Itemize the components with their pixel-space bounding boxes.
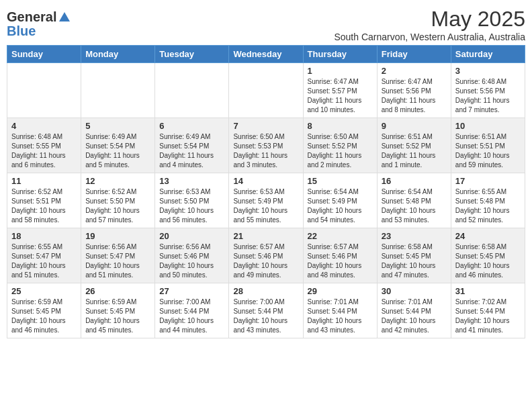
calendar-day-cell: 26Sunrise: 6:59 AM Sunset: 5:45 PM Dayli… — [81, 283, 155, 338]
day-number: 24 — [455, 231, 521, 241]
weekday-header: Saturday — [451, 46, 525, 63]
calendar-day-cell: 27Sunrise: 7:00 AM Sunset: 5:44 PM Dayli… — [155, 283, 229, 338]
calendar-empty-cell — [229, 63, 303, 118]
day-number: 2 — [382, 66, 447, 76]
day-info: Sunrise: 6:57 AM Sunset: 5:46 PM Dayligh… — [308, 242, 373, 280]
day-number: 10 — [455, 121, 521, 131]
day-info: Sunrise: 6:53 AM Sunset: 5:50 PM Dayligh… — [159, 187, 224, 225]
day-info: Sunrise: 6:59 AM Sunset: 5:45 PM Dayligh… — [11, 298, 77, 335]
day-info: Sunrise: 6:47 AM Sunset: 5:57 PM Dayligh… — [308, 77, 373, 115]
subtitle: South Carnarvon, Western Australia, Aust… — [334, 32, 525, 42]
main-title: May 2025 — [334, 7, 525, 32]
svg-marker-0 — [59, 12, 70, 21]
day-number: 17 — [455, 176, 521, 186]
calendar-week-row: 1Sunrise: 6:47 AM Sunset: 5:57 PM Daylig… — [7, 63, 525, 118]
day-number: 13 — [159, 176, 224, 186]
calendar-day-cell: 20Sunrise: 6:56 AM Sunset: 5:46 PM Dayli… — [155, 228, 229, 283]
day-info: Sunrise: 6:57 AM Sunset: 5:46 PM Dayligh… — [233, 242, 298, 280]
day-info: Sunrise: 6:58 AM Sunset: 5:45 PM Dayligh… — [382, 242, 447, 280]
calendar-day-cell: 28Sunrise: 7:00 AM Sunset: 5:44 PM Dayli… — [229, 283, 303, 338]
day-info: Sunrise: 6:56 AM Sunset: 5:46 PM Dayligh… — [159, 242, 224, 280]
logo: General Blue — [7, 9, 71, 39]
calendar-day-cell: 29Sunrise: 7:01 AM Sunset: 5:44 PM Dayli… — [303, 283, 377, 338]
calendar-day-cell: 23Sunrise: 6:58 AM Sunset: 5:45 PM Dayli… — [377, 228, 451, 283]
calendar-day-cell: 30Sunrise: 7:01 AM Sunset: 5:44 PM Dayli… — [377, 283, 451, 338]
calendar-day-cell: 8Sunrise: 6:50 AM Sunset: 5:52 PM Daylig… — [303, 118, 377, 173]
day-info: Sunrise: 7:00 AM Sunset: 5:44 PM Dayligh… — [233, 298, 298, 335]
day-info: Sunrise: 6:51 AM Sunset: 5:52 PM Dayligh… — [382, 132, 447, 170]
day-number: 25 — [11, 286, 77, 296]
day-number: 14 — [233, 176, 298, 186]
page-header: General Blue May 2025 South Carnarvon, W… — [7, 7, 525, 42]
calendar-empty-cell — [155, 63, 229, 118]
calendar-day-cell: 9Sunrise: 6:51 AM Sunset: 5:52 PM Daylig… — [377, 118, 451, 173]
day-number: 4 — [11, 121, 77, 131]
calendar-week-row: 11Sunrise: 6:52 AM Sunset: 5:51 PM Dayli… — [7, 173, 525, 228]
day-number: 20 — [159, 231, 224, 241]
calendar-empty-cell — [7, 63, 81, 118]
calendar-table: SundayMondayTuesdayWednesdayThursdayFrid… — [7, 45, 525, 338]
calendar-day-cell: 25Sunrise: 6:59 AM Sunset: 5:45 PM Dayli… — [7, 283, 81, 338]
calendar-day-cell: 6Sunrise: 6:49 AM Sunset: 5:54 PM Daylig… — [155, 118, 229, 173]
calendar-header-row: SundayMondayTuesdayWednesdayThursdayFrid… — [7, 46, 525, 63]
day-number: 27 — [159, 286, 224, 296]
calendar-day-cell: 4Sunrise: 6:48 AM Sunset: 5:55 PM Daylig… — [7, 118, 81, 173]
calendar-day-cell: 18Sunrise: 6:55 AM Sunset: 5:47 PM Dayli… — [7, 228, 81, 283]
calendar-week-row: 18Sunrise: 6:55 AM Sunset: 5:47 PM Dayli… — [7, 228, 525, 283]
title-section: May 2025 South Carnarvon, Western Austra… — [334, 7, 525, 42]
calendar-day-cell: 2Sunrise: 6:47 AM Sunset: 5:56 PM Daylig… — [377, 63, 451, 118]
day-number: 16 — [382, 176, 447, 186]
day-info: Sunrise: 7:01 AM Sunset: 5:44 PM Dayligh… — [382, 298, 447, 335]
calendar-day-cell: 1Sunrise: 6:47 AM Sunset: 5:57 PM Daylig… — [303, 63, 377, 118]
calendar-empty-cell — [81, 63, 155, 118]
calendar-day-cell: 12Sunrise: 6:52 AM Sunset: 5:50 PM Dayli… — [81, 173, 155, 228]
day-number: 9 — [382, 121, 447, 131]
day-info: Sunrise: 6:54 AM Sunset: 5:48 PM Dayligh… — [382, 187, 447, 225]
day-number: 21 — [233, 231, 298, 241]
calendar-day-cell: 24Sunrise: 6:58 AM Sunset: 5:45 PM Dayli… — [451, 228, 525, 283]
calendar-day-cell: 7Sunrise: 6:50 AM Sunset: 5:53 PM Daylig… — [229, 118, 303, 173]
calendar-day-cell: 16Sunrise: 6:54 AM Sunset: 5:48 PM Dayli… — [377, 173, 451, 228]
day-info: Sunrise: 6:48 AM Sunset: 5:55 PM Dayligh… — [11, 132, 77, 170]
day-info: Sunrise: 6:48 AM Sunset: 5:56 PM Dayligh… — [455, 77, 521, 115]
weekday-header: Sunday — [7, 46, 81, 63]
day-number: 8 — [308, 121, 373, 131]
day-info: Sunrise: 6:58 AM Sunset: 5:45 PM Dayligh… — [455, 242, 521, 280]
calendar-week-row: 4Sunrise: 6:48 AM Sunset: 5:55 PM Daylig… — [7, 118, 525, 173]
day-number: 3 — [455, 66, 521, 76]
day-number: 11 — [11, 176, 77, 186]
day-info: Sunrise: 6:51 AM Sunset: 5:51 PM Dayligh… — [455, 132, 521, 170]
calendar-day-cell: 22Sunrise: 6:57 AM Sunset: 5:46 PM Dayli… — [303, 228, 377, 283]
day-number: 31 — [455, 286, 521, 296]
calendar-day-cell: 13Sunrise: 6:53 AM Sunset: 5:50 PM Dayli… — [155, 173, 229, 228]
calendar-day-cell: 3Sunrise: 6:48 AM Sunset: 5:56 PM Daylig… — [451, 63, 525, 118]
logo-icon — [58, 11, 71, 24]
calendar-day-cell: 31Sunrise: 7:02 AM Sunset: 5:44 PM Dayli… — [451, 283, 525, 338]
day-info: Sunrise: 6:50 AM Sunset: 5:52 PM Dayligh… — [308, 132, 373, 170]
day-info: Sunrise: 6:47 AM Sunset: 5:56 PM Dayligh… — [382, 77, 447, 115]
weekday-header: Friday — [377, 46, 451, 63]
day-info: Sunrise: 6:52 AM Sunset: 5:51 PM Dayligh… — [11, 187, 77, 225]
day-number: 29 — [308, 286, 373, 296]
calendar-day-cell: 19Sunrise: 6:56 AM Sunset: 5:47 PM Dayli… — [81, 228, 155, 283]
calendar-day-cell: 15Sunrise: 6:54 AM Sunset: 5:49 PM Dayli… — [303, 173, 377, 228]
day-number: 1 — [308, 66, 373, 76]
weekday-header: Tuesday — [155, 46, 229, 63]
day-info: Sunrise: 6:53 AM Sunset: 5:49 PM Dayligh… — [233, 187, 298, 225]
day-number: 30 — [382, 286, 447, 296]
weekday-header: Thursday — [303, 46, 377, 63]
day-info: Sunrise: 7:00 AM Sunset: 5:44 PM Dayligh… — [159, 298, 224, 335]
day-info: Sunrise: 7:01 AM Sunset: 5:44 PM Dayligh… — [308, 298, 373, 335]
day-number: 6 — [159, 121, 224, 131]
day-number: 28 — [233, 286, 298, 296]
day-info: Sunrise: 6:55 AM Sunset: 5:47 PM Dayligh… — [11, 242, 77, 280]
calendar-day-cell: 11Sunrise: 6:52 AM Sunset: 5:51 PM Dayli… — [7, 173, 81, 228]
day-number: 18 — [11, 231, 77, 241]
day-info: Sunrise: 6:59 AM Sunset: 5:45 PM Dayligh… — [85, 298, 150, 335]
day-number: 15 — [308, 176, 373, 186]
day-info: Sunrise: 6:49 AM Sunset: 5:54 PM Dayligh… — [159, 132, 224, 170]
logo-general-text: General — [7, 9, 56, 25]
weekday-header: Monday — [81, 46, 155, 63]
calendar-day-cell: 10Sunrise: 6:51 AM Sunset: 5:51 PM Dayli… — [451, 118, 525, 173]
day-info: Sunrise: 6:56 AM Sunset: 5:47 PM Dayligh… — [85, 242, 150, 280]
